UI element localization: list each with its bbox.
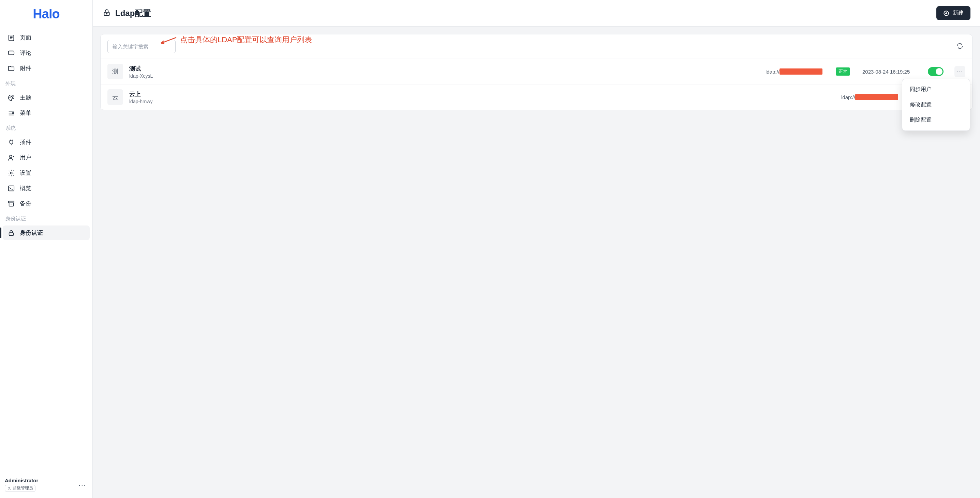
header: Ldap配置 新建 (93, 0, 980, 27)
row-name-block[interactable]: 云上 ldap-hrnwy (129, 90, 835, 104)
row-url: ldap:// (765, 68, 824, 75)
row-sub: ldap-XcysL (129, 73, 759, 79)
page-title: Ldap配置 (115, 8, 151, 19)
svg-rect-10 (9, 233, 14, 235)
section-label-appearance: 外观 (3, 76, 90, 90)
nav-label: 设置 (20, 169, 31, 177)
nav-label: 页面 (20, 34, 31, 41)
svg-point-5 (13, 113, 14, 114)
section-label-system: 系统 (3, 121, 90, 134)
table-row[interactable]: 云 云上 ldap-hrnwy ldap:// 正常 2023-08- (100, 84, 972, 110)
row-name: 测试 (129, 65, 759, 73)
svg-point-3 (11, 96, 11, 97)
lock-icon (8, 229, 15, 237)
nav-item-plugins[interactable]: 插件 (3, 135, 90, 149)
nav: 页面 评论 附件 外观 主题 (0, 30, 92, 473)
nav-item-users[interactable]: 用户 (3, 150, 90, 165)
user-info: Administrator 超级管理员 (5, 477, 38, 492)
nav-label: 评论 (20, 49, 31, 57)
nav-label: 备份 (20, 200, 31, 208)
page-icon (8, 34, 15, 41)
role-label: 超级管理员 (13, 485, 33, 491)
svg-rect-8 (8, 186, 14, 191)
gear-icon (8, 169, 15, 177)
palette-icon (8, 94, 15, 102)
svg-point-11 (8, 487, 10, 488)
section-label-auth: 身份认证 (3, 211, 90, 225)
folder-icon (8, 65, 15, 72)
row-dropdown: 同步用户 修改配置 删除配置 (902, 79, 970, 131)
row-avatar: 云 (107, 89, 123, 105)
nav-item-settings[interactable]: 设置 (3, 165, 90, 180)
nav-item-auth[interactable]: 身份认证 (3, 225, 90, 240)
dropdown-edit[interactable]: 修改配置 (905, 97, 967, 113)
svg-point-6 (10, 155, 12, 157)
menu-settings-icon (8, 109, 15, 117)
new-button[interactable]: 新建 (936, 6, 970, 20)
nav-label: 概览 (20, 184, 31, 192)
svg-rect-0 (9, 35, 14, 41)
url-redacted (855, 94, 898, 100)
refresh-button[interactable] (955, 41, 965, 52)
nav-label: 插件 (20, 138, 31, 146)
nav-item-backup[interactable]: 备份 (3, 196, 90, 211)
dropdown-sync[interactable]: 同步用户 (905, 82, 967, 97)
plus-icon (943, 10, 949, 16)
nav-item-theme[interactable]: 主题 (3, 90, 90, 105)
svg-rect-9 (8, 201, 14, 203)
table-row[interactable]: 测 测试 ldap-XcysL ldap:// 正常 2023-08-24 16… (100, 59, 972, 84)
nav-label: 主题 (20, 94, 31, 102)
new-button-label: 新建 (953, 10, 964, 17)
content: 测 测试 ldap-XcysL ldap:// 正常 2023-08-24 16… (93, 27, 980, 498)
refresh-icon (956, 43, 963, 49)
dropdown-delete[interactable]: 删除配置 (905, 113, 967, 128)
sidebar: Halo 页面 评论 附件 外观 (0, 0, 93, 498)
main: Ldap配置 新建 测 测试 ldap-XcysL (93, 0, 980, 498)
card-head (100, 34, 972, 59)
row-date: 2023-08-24 16:19:25 (862, 69, 917, 75)
enable-toggle[interactable] (928, 67, 943, 76)
role-icon (7, 487, 11, 490)
user-icon (8, 154, 15, 162)
terminal-icon (8, 185, 15, 192)
row-avatar: 测 (107, 64, 123, 79)
plug-icon (8, 139, 15, 146)
nav-item-pages[interactable]: 页面 (3, 30, 90, 45)
svg-point-13 (107, 13, 107, 14)
nav-label: 菜单 (20, 109, 31, 117)
comment-icon (8, 49, 15, 57)
url-prefix: ldap:// (841, 94, 855, 100)
nav-label: 用户 (20, 154, 31, 162)
nav-item-comments[interactable]: 评论 (3, 46, 90, 60)
row-name: 云上 (129, 90, 835, 98)
user-more-button[interactable]: ··· (77, 480, 88, 490)
row-url: ldap:// (841, 94, 899, 100)
brand-logo: Halo (0, 7, 92, 21)
logo-wrap: Halo (0, 0, 92, 30)
url-redacted (780, 68, 822, 75)
row-more-button[interactable]: ··· (955, 66, 965, 77)
status-badge: 正常 (836, 67, 850, 76)
archive-icon (8, 200, 15, 208)
user-name: Administrator (5, 477, 38, 483)
nav-item-attachments[interactable]: 附件 (3, 61, 90, 76)
list-card: 测 测试 ldap-XcysL ldap:// 正常 2023-08-24 16… (100, 34, 972, 110)
svg-point-4 (12, 97, 13, 97)
nav-item-menu[interactable]: 菜单 (3, 106, 90, 120)
user-footer: Administrator 超级管理员 ··· (0, 473, 92, 498)
role-badge: 超级管理员 (5, 485, 35, 492)
svg-point-7 (10, 172, 12, 174)
nav-label: 身份认证 (20, 229, 43, 237)
nav-item-overview[interactable]: 概览 (3, 181, 90, 195)
svg-point-2 (10, 97, 10, 97)
header-title: Ldap配置 (102, 8, 151, 19)
search-input[interactable] (107, 40, 176, 53)
nav-label: 附件 (20, 64, 31, 72)
row-name-block[interactable]: 测试 ldap-XcysL (129, 65, 759, 79)
url-prefix: ldap:// (765, 69, 780, 75)
row-sub: ldap-hrnwy (129, 99, 835, 104)
lock-icon (102, 8, 111, 18)
